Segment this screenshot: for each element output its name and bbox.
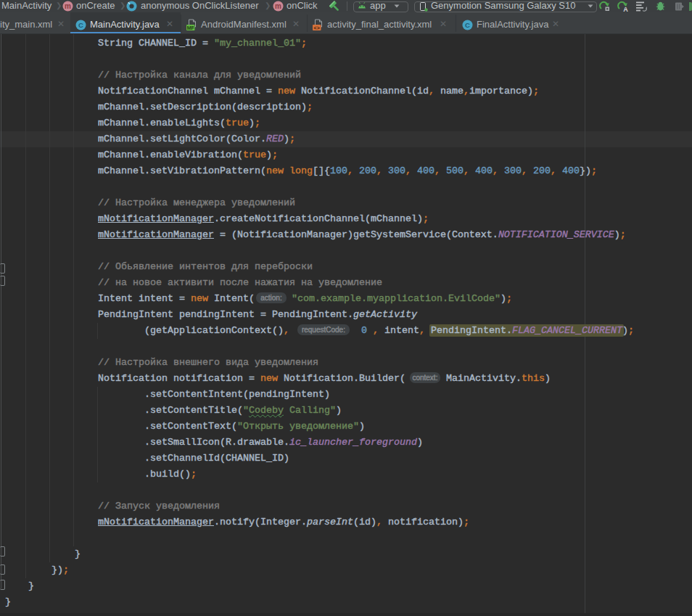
svg-text:A: A	[623, 6, 628, 12]
svg-text:m: m	[275, 2, 281, 10]
svg-text:<>: <>	[314, 25, 320, 30]
svg-text:MF: MF	[187, 25, 195, 30]
svg-text:C: C	[78, 21, 83, 29]
svg-text:C: C	[465, 21, 470, 29]
svg-text:m: m	[65, 2, 71, 10]
